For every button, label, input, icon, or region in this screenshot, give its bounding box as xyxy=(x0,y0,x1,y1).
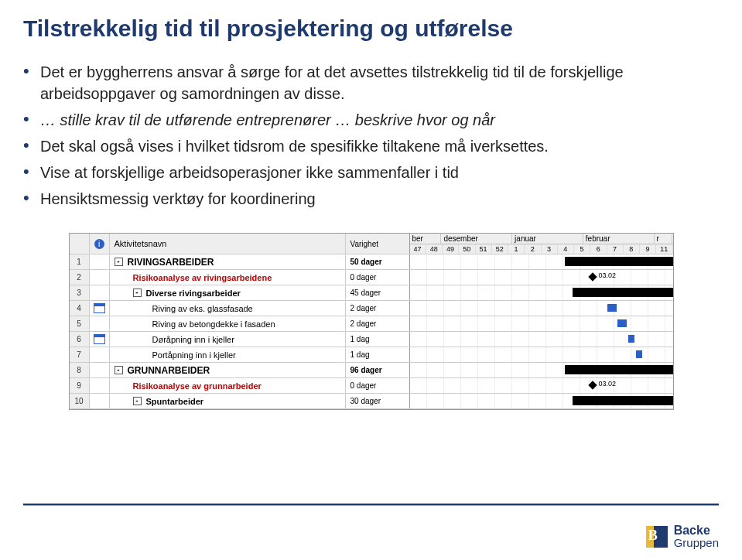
collapse-icon[interactable]: - xyxy=(133,289,142,297)
activity-name: -Spuntarbeider xyxy=(110,394,346,408)
month-5: r xyxy=(655,234,673,244)
logo-letter: B xyxy=(648,528,658,544)
activity-name: -GRUNNARBEIDER xyxy=(110,363,346,377)
wk: 9 xyxy=(640,244,656,254)
wk: 48 xyxy=(426,244,443,254)
gantt-chart: i Aktivitetsnavn Varighet ber desember j… xyxy=(69,233,674,410)
wk: 8 xyxy=(624,244,640,254)
timeline-cell xyxy=(410,316,673,331)
duration-cell: 1 dag xyxy=(346,347,410,362)
task-bar xyxy=(636,350,642,358)
table-row: 6Døråpning inn i kjeller1 dag xyxy=(70,332,673,347)
row-number: 1 xyxy=(70,254,90,269)
month-4: februar xyxy=(583,234,655,244)
wk: 6 xyxy=(590,244,607,254)
row-info xyxy=(90,363,110,377)
milestone-icon xyxy=(588,381,597,389)
bullet-5: Hensiktsmessig verktøy for koordinering xyxy=(23,188,719,210)
timeline-cell xyxy=(410,347,673,362)
summary-bar xyxy=(573,288,673,297)
row-info xyxy=(90,332,110,347)
activity-name: Døråpning inn i kjeller xyxy=(110,332,346,347)
logo-line2: Gruppen xyxy=(674,537,719,548)
timeline-cell xyxy=(410,332,673,347)
collapse-icon[interactable]: - xyxy=(133,397,142,405)
activity-name: -Diverse rivingsarbeider xyxy=(110,285,346,300)
bullet-list: Det er byggherrens ansvar å sørge for at… xyxy=(23,61,719,210)
header-weeks: 47 48 49 50 51 52 1 2 3 4 5 6 7 8 9 11 xyxy=(410,244,673,254)
month-2: desember xyxy=(441,234,512,244)
calendar-icon xyxy=(94,303,105,313)
milestone-icon xyxy=(588,272,597,281)
page-title: Tilstrekkelig tid til prosjektering og u… xyxy=(23,15,719,42)
table-row: 10-Spuntarbeider30 dager xyxy=(70,394,673,409)
activity-name: Riving av eks. glassfasade xyxy=(110,301,346,316)
table-row: 1-RIVINGSARBEIDER50 dager xyxy=(70,254,673,270)
bullet-1: Det er byggherrens ansvar å sørge for at… xyxy=(23,61,719,104)
row-number: 8 xyxy=(70,363,90,377)
row-number: 7 xyxy=(70,347,90,362)
gantt-header: i Aktivitetsnavn Varighet ber desember j… xyxy=(70,234,673,254)
row-number: 3 xyxy=(70,285,90,300)
summary-bar xyxy=(573,396,673,405)
activity-name: Risikoanalyse av grunnarbeider xyxy=(110,378,346,393)
row-number: 6 xyxy=(70,332,90,347)
collapse-icon[interactable]: - xyxy=(115,366,123,374)
wk: 50 xyxy=(459,244,475,254)
timeline-cell xyxy=(410,363,673,377)
month-3: januar xyxy=(512,234,583,244)
row-info xyxy=(90,270,110,285)
wk: 51 xyxy=(476,244,492,254)
timeline-cell xyxy=(410,285,673,300)
header-activity: Aktivitetsnavn xyxy=(110,234,346,254)
row-number: 5 xyxy=(70,316,90,331)
timeline-cell xyxy=(410,394,673,408)
header-months: ber desember januar februar r xyxy=(410,234,673,244)
bullet-3: Det skal også vises i hvilket tidsrom de… xyxy=(23,135,719,157)
activity-name: Risikoanalyse av rivingsarbeidene xyxy=(110,270,346,285)
wk: 3 xyxy=(542,244,558,254)
timeline-cell xyxy=(410,254,673,269)
row-info xyxy=(90,394,110,408)
summary-bar xyxy=(565,365,673,374)
duration-cell: 2 dager xyxy=(346,301,410,316)
summary-bar xyxy=(565,257,673,266)
milestone-date: 03.02 xyxy=(599,271,617,279)
month-1: ber xyxy=(410,234,442,244)
duration-cell: 2 dager xyxy=(346,316,410,331)
duration-cell: 50 dager xyxy=(346,254,410,269)
calendar-icon xyxy=(94,334,105,344)
collapse-icon[interactable]: - xyxy=(115,258,123,266)
row-info xyxy=(90,378,110,393)
row-info xyxy=(90,254,110,269)
wk: 11 xyxy=(656,244,672,254)
table-row: 9Risikoanalyse av grunnarbeider0 dager03… xyxy=(70,378,673,394)
row-info xyxy=(90,285,110,300)
wk: 5 xyxy=(574,244,590,254)
duration-cell: 96 dager xyxy=(346,363,410,377)
wk: 7 xyxy=(607,244,624,254)
logo: B Backe Gruppen – xyxy=(646,524,719,548)
header-duration: Varighet xyxy=(346,234,410,254)
wk: 49 xyxy=(443,244,459,254)
table-row: 3-Diverse rivingsarbeider45 dager xyxy=(70,285,673,301)
table-row: 2Risikoanalyse av rivingsarbeidene0 dage… xyxy=(70,270,673,285)
task-bar xyxy=(628,335,634,343)
header-timeline: ber desember januar februar r 47 48 49 5… xyxy=(410,234,673,254)
bullet-4: Vise at forskjellige arbeidsoperasjoner … xyxy=(23,162,719,183)
bullet-2-text: … stille krav til de utførende entrepren… xyxy=(40,111,495,128)
wk: 1 xyxy=(508,244,525,254)
timeline-cell xyxy=(410,301,673,316)
header-rownum xyxy=(70,234,90,254)
duration-cell: 0 dager xyxy=(346,378,410,393)
activity-name: -RIVINGSARBEIDER xyxy=(110,254,346,269)
footer-divider xyxy=(23,504,719,506)
activity-name: Riving av betongdekke i fasaden xyxy=(110,316,346,331)
table-row: 8-GRUNNARBEIDER96 dager xyxy=(70,363,673,378)
header-info-icon: i xyxy=(90,234,110,254)
wk: 47 xyxy=(410,244,426,254)
row-info xyxy=(90,316,110,331)
logo-mark: B xyxy=(646,526,668,548)
timeline-cell: 03.02 xyxy=(410,270,673,285)
milestone-date: 03.02 xyxy=(599,380,617,388)
